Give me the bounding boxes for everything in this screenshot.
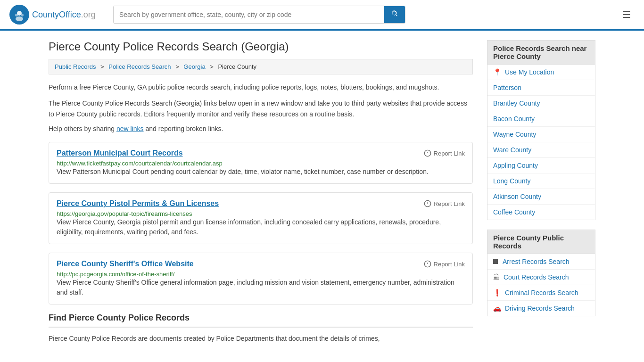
sidebar-item-arrest[interactable]: Arrest Records Search xyxy=(487,254,595,270)
search-button[interactable] xyxy=(384,6,405,23)
help-text: Help others by sharing new links and rep… xyxy=(49,125,473,132)
sidebar-item-coffee[interactable]: Coffee County xyxy=(487,205,595,220)
page-title: Pierce County Police Records Search (Geo… xyxy=(49,40,473,53)
report-link-btn-2[interactable]: Report Link xyxy=(424,200,465,207)
result-desc-3: View Pierce County Sheriff's Office gene… xyxy=(57,278,465,297)
sidebar-nearby-section: Police Records Search near Pierce County… xyxy=(487,40,595,220)
sidebar-item-criminal[interactable]: ❗ Criminal Records Search xyxy=(487,285,595,301)
find-section: Find Pierce County Police Records Pierce… xyxy=(49,313,473,344)
report-link-btn-1[interactable]: Report Link xyxy=(424,149,465,157)
svg-point-3 xyxy=(15,14,18,16)
sidebar-item-location[interactable]: 📍 Use My Location xyxy=(487,65,595,80)
sidebar-item-long[interactable]: Long County xyxy=(487,173,595,189)
result-title-1[interactable]: Patterson Municipal Court Records xyxy=(57,149,183,157)
sidebar-item-bacon[interactable]: Bacon County xyxy=(487,111,595,127)
menu-button[interactable]: ☰ xyxy=(619,7,635,22)
result-card-1: Patterson Municipal Court Records Report… xyxy=(49,142,473,184)
sidebar-item-driving[interactable]: 🚗 Driving Records Search xyxy=(487,301,595,316)
result-card-3: Pierce County Sheriff's Office Website R… xyxy=(49,253,473,304)
sidebar-item-patterson[interactable]: Patterson xyxy=(487,80,595,96)
result-title-2[interactable]: Pierce County Pistol Permits & Gun Licen… xyxy=(57,199,219,208)
report-link-btn-3[interactable]: Report Link xyxy=(424,260,465,268)
exclaim-icon: ❗ xyxy=(493,289,501,296)
logo[interactable]: CountyOffice.org xyxy=(9,5,104,25)
new-links-link[interactable]: new links xyxy=(116,125,144,132)
intro-paragraph-1: Perform a free Pierce County, GA public … xyxy=(49,82,473,92)
sidebar-item-brantley[interactable]: Brantley County xyxy=(487,96,595,111)
result-desc-2: View Pierce County, Georgia pistol permi… xyxy=(57,217,465,237)
sidebar-public-records-list: Arrest Records Search 🏛 Court Records Se… xyxy=(487,254,595,316)
sidebar-item-atkinson[interactable]: Atkinson County xyxy=(487,189,595,205)
location-pin-icon: 📍 xyxy=(493,68,501,76)
sidebar-item-court[interactable]: 🏛 Court Records Search xyxy=(487,270,595,285)
sidebar: Police Records Search near Pierce County… xyxy=(487,40,595,344)
result-url-3[interactable]: http://pc.pcgeorgia.com/office-of-the-sh… xyxy=(57,271,174,278)
intro-paragraph-2: The Pierce County Police Records Search … xyxy=(49,98,473,119)
search-input[interactable] xyxy=(114,6,384,23)
result-desc-1: View Patterson Municipal Court pending c… xyxy=(57,167,465,177)
sidebar-item-ware[interactable]: Ware County xyxy=(487,142,595,158)
result-card-2: Pierce County Pistol Permits & Gun Licen… xyxy=(49,192,473,244)
sidebar-public-records-section: Pierce County Public Records Arrest Reco… xyxy=(487,230,595,316)
sidebar-public-records-heading: Pierce County Public Records xyxy=(487,230,595,254)
logo-icon xyxy=(9,5,29,25)
result-url-1[interactable]: http://www.ticketfastpay.com/courtcalend… xyxy=(57,160,223,167)
sidebar-item-wayne[interactable]: Wayne County xyxy=(487,127,595,142)
find-heading: Find Pierce County Police Records xyxy=(49,313,473,328)
sidebar-nearby-heading: Police Records Search near Pierce County xyxy=(487,40,595,65)
sidebar-nearby-list: 📍 Use My Location Patterson Brantley Cou… xyxy=(487,65,595,220)
find-description: Pierce County Police Records are documen… xyxy=(49,333,473,344)
square-icon-arrest xyxy=(493,259,498,264)
court-icon: 🏛 xyxy=(493,273,500,281)
result-title-3[interactable]: Pierce County Sheriff's Office Website xyxy=(57,260,194,268)
svg-point-4 xyxy=(21,14,24,16)
logo-text: CountyOffice.org xyxy=(32,10,96,20)
search-bar xyxy=(113,6,405,24)
drive-icon: 🚗 xyxy=(493,304,501,312)
sidebar-item-appling[interactable]: Appling County xyxy=(487,158,595,173)
result-url-2[interactable]: https://georgia.gov/popular-topic/firear… xyxy=(57,210,192,217)
results-list: Patterson Municipal Court Records Report… xyxy=(49,142,473,304)
breadcrumb: Public Records > Police Records Search >… xyxy=(49,59,473,74)
